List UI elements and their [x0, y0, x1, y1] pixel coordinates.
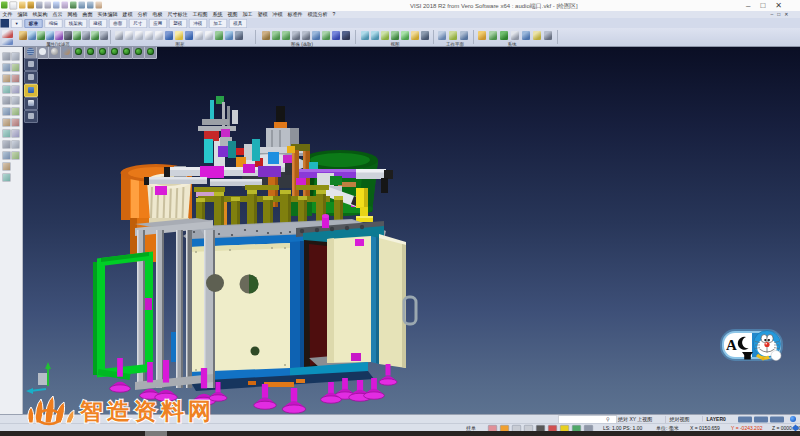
svg-text:A: A	[726, 337, 737, 353]
svg-text:智造资料网: 智造资料网	[79, 398, 215, 424]
